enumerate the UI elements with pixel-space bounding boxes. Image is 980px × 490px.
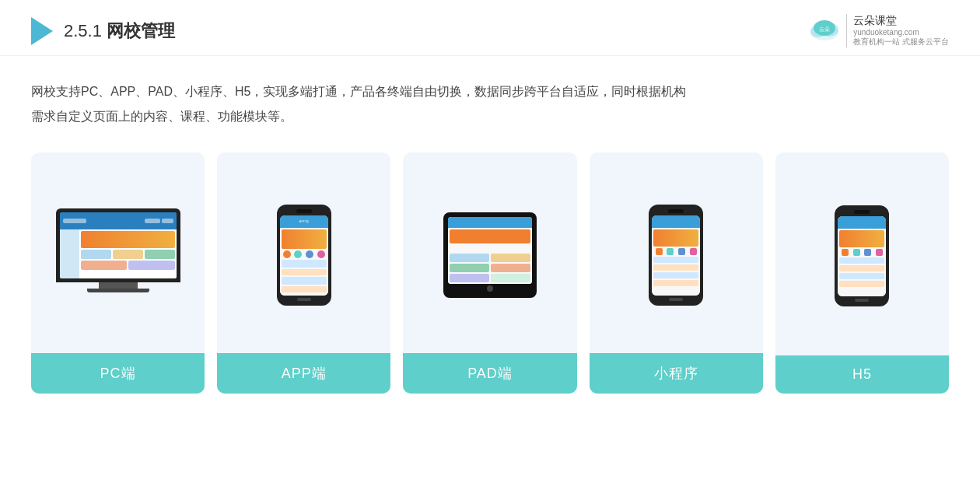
- device-card-pc: PC端: [31, 152, 205, 394]
- app-image-area: APP端: [217, 152, 390, 353]
- app-label: APP端: [217, 353, 390, 394]
- pc-label: PC端: [31, 353, 205, 394]
- pad-image-area: [403, 152, 576, 353]
- app-phone-mockup: APP端: [277, 205, 331, 306]
- brand-tagline: 教育机构一站 式服务云平台: [853, 37, 949, 47]
- description-text: 网校支持PC、APP、PAD、小程序、H5，实现多端打通，产品各终端自由切换，数…: [0, 56, 980, 137]
- brand-logo: 云朵 云朵课堂 yunduoketang.com 教育机构一站 式服务云平台: [807, 14, 949, 47]
- h5-label: H5: [775, 355, 949, 394]
- pad-label: PAD端: [403, 353, 576, 394]
- mini-phone-mockup: [649, 205, 703, 306]
- logo-triangle-icon: [31, 17, 53, 45]
- brand-name: 云朵课堂: [853, 14, 949, 28]
- header-right: 云朵 云朵课堂 yunduoketang.com 教育机构一站 式服务云平台: [807, 14, 949, 47]
- page-title: 2.5.1 网校管理: [64, 19, 175, 43]
- h5-image-area: [775, 152, 949, 355]
- cards-container: PC端 APP端: [0, 137, 980, 490]
- title-prefix: 2.5.1: [64, 21, 107, 40]
- mini-label: 小程序: [590, 353, 763, 394]
- brand-cloud-icon: 云朵: [807, 17, 842, 45]
- pc-image-area: [31, 152, 205, 353]
- title-main: 网校管理: [107, 21, 175, 40]
- mini-image-area: [590, 152, 763, 353]
- device-card-pad: PAD端: [403, 152, 576, 394]
- brand-url: yunduoketang.com: [853, 28, 949, 37]
- header: 2.5.1 网校管理 云朵 云朵课堂 yunduoketang.com 教育机构…: [0, 0, 980, 56]
- description-paragraph: 网校支持PC、APP、PAD、小程序、H5，实现多端打通，产品各终端自由切换，数…: [31, 79, 949, 129]
- page-container: 2.5.1 网校管理 云朵 云朵课堂 yunduoketang.com 教育机构…: [0, 0, 980, 490]
- header-left: 2.5.1 网校管理: [31, 17, 175, 45]
- pc-mockup: [56, 208, 180, 302]
- svg-text:云朵: 云朵: [819, 26, 830, 32]
- pad-tablet-mockup: [443, 212, 537, 298]
- brand-text-block: 云朵课堂 yunduoketang.com 教育机构一站 式服务云平台: [846, 14, 949, 47]
- device-card-miniprogram: 小程序: [590, 152, 763, 394]
- device-card-h5: H5: [775, 152, 949, 394]
- device-card-app: APP端: [217, 152, 390, 394]
- h5-phone-mockup: [835, 205, 889, 306]
